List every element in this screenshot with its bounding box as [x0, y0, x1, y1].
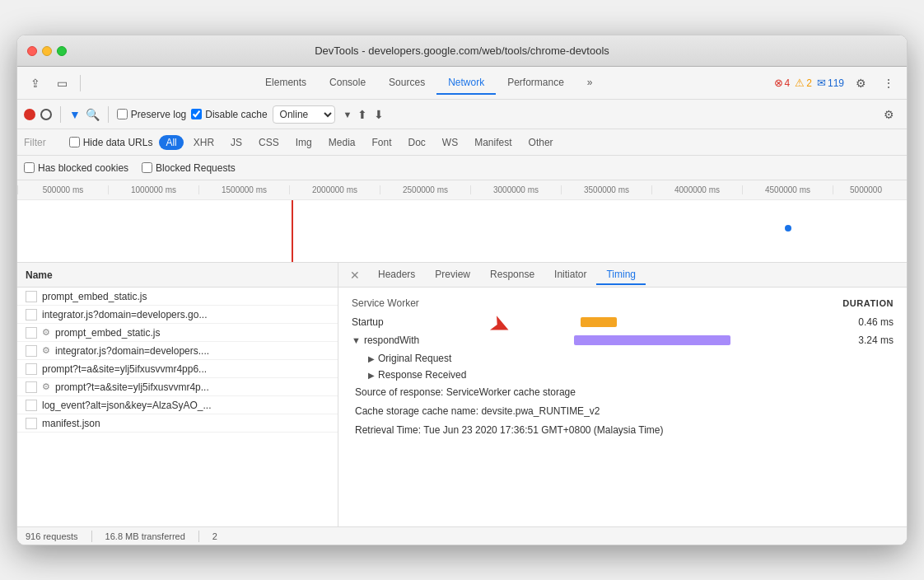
network-throttle-select[interactable]: Online Fast 3G Slow 3G Offline	[273, 105, 335, 124]
tl-label-3: 1500000 ms	[198, 185, 289, 194]
collapsed-triangle2: ▶	[368, 371, 375, 380]
right-panel: ✕ Headers Preview Response Initiator Tim…	[338, 263, 907, 526]
disable-cache-input[interactable]	[191, 109, 202, 119]
file-name: prompt?t=a&site=ylj5ifxusvvmr4pp6...	[42, 363, 329, 375]
tl-label-7: 3500000 ms	[561, 185, 651, 194]
network-settings-icon[interactable]: ⚙	[877, 103, 900, 126]
list-item[interactable]: integrator.js?domain=developers.go...	[17, 306, 338, 324]
tl-label-8: 4000000 ms	[651, 185, 742, 194]
hide-data-urls-checkbox[interactable]: Hide data URLs	[69, 137, 153, 148]
filter-other[interactable]: Other	[522, 135, 560, 150]
info-source: Source of response: ServiceWorker cache …	[352, 383, 894, 402]
tab-response[interactable]: Response	[480, 265, 544, 285]
warn-count: 2	[806, 77, 812, 89]
tab-headers[interactable]: Headers	[368, 265, 425, 285]
minimize-button[interactable]	[42, 46, 52, 56]
blocked-requests-checkbox[interactable]: Blocked Requests	[142, 162, 236, 174]
download-icon[interactable]: ⬇	[374, 108, 384, 121]
tab-network[interactable]: Network	[436, 72, 496, 95]
tl-label-1: 500000 ms	[17, 185, 108, 194]
cursor-icon[interactable]: ⇪	[24, 72, 47, 95]
file-type-icon	[26, 381, 37, 393]
filter-css[interactable]: CSS	[252, 135, 286, 150]
disable-cache-checkbox[interactable]: Disable cache	[191, 109, 267, 120]
status-sep	[91, 531, 92, 542]
filter-all[interactable]: All	[159, 135, 183, 150]
search-icon[interactable]: 🔍	[86, 108, 100, 121]
filter-doc[interactable]: Doc	[402, 135, 432, 150]
has-blocked-cookies-input[interactable]	[24, 162, 35, 173]
tab-preview[interactable]: Preview	[425, 265, 480, 285]
gear-icon: ⚙	[42, 381, 50, 392]
maximize-button[interactable]	[57, 46, 67, 56]
expand-triangle[interactable]: ▼	[352, 335, 361, 345]
list-item[interactable]: manifest.json	[17, 414, 338, 433]
file-type-icon	[26, 309, 37, 320]
more-icon[interactable]: ⋮	[877, 72, 900, 95]
list-item[interactable]: ⚙ prompt_embed_static.js	[17, 324, 338, 342]
tl-label-6: 3000000 ms	[470, 185, 561, 194]
filter-js[interactable]: JS	[224, 135, 249, 150]
disable-cache-label: Disable cache	[205, 109, 267, 120]
filter-media[interactable]: Media	[322, 135, 362, 150]
tab-performance[interactable]: Performance	[496, 72, 576, 95]
has-blocked-cookies-checkbox[interactable]: Has blocked cookies	[24, 162, 128, 174]
filter-manifest[interactable]: Manifest	[468, 135, 518, 150]
list-item[interactable]: prompt_embed_static.js	[17, 288, 338, 306]
window-title: DevTools - developers.google.com/web/too…	[315, 44, 609, 57]
separator3	[108, 106, 109, 123]
name-column-header: Name	[26, 269, 53, 281]
list-item[interactable]: ⚙ integrator.js?domain=developers....	[17, 342, 338, 360]
timeline-labels: 500000 ms 1000000 ms 1500000 ms 2000000 …	[17, 180, 907, 200]
filter-row: Filter Hide data URLs All XHR JS CSS Img…	[17, 129, 907, 156]
record-button[interactable]	[24, 109, 35, 120]
original-request-row[interactable]: ▶ Original Request	[352, 350, 894, 367]
import-export-icons: ⬆ ⬇	[357, 108, 384, 121]
hide-data-urls-input[interactable]	[69, 137, 80, 147]
file-type-icon	[26, 363, 37, 375]
response-received-label: Response Received	[378, 369, 466, 381]
file-list-header: Name	[17, 263, 338, 288]
filter-ws[interactable]: WS	[436, 135, 464, 150]
list-item[interactable]: ⚙ prompt?t=a&site=ylj5ifxusvvmr4p...	[17, 378, 338, 396]
file-name: prompt_embed_static.js	[42, 291, 329, 302]
transferred-size: 16.8 MB transferred	[105, 531, 185, 541]
file-name: integrator.js?domain=developers....	[55, 345, 329, 357]
preserve-log-input[interactable]	[117, 109, 128, 119]
filter-font[interactable]: Font	[365, 135, 398, 150]
filter-icon[interactable]: ▼	[69, 108, 81, 121]
file-name: manifest.json	[42, 418, 329, 429]
filter-img[interactable]: Img	[289, 135, 319, 150]
tab-more[interactable]: »	[576, 72, 604, 95]
filter-placeholder: Filter	[24, 137, 46, 148]
error-count: 4	[785, 77, 791, 89]
tab-sources[interactable]: Sources	[377, 72, 436, 95]
list-item[interactable]: log_event?alt=json&key=AlzaSyAO_...	[17, 396, 338, 414]
file-name: prompt_embed_static.js	[55, 327, 329, 339]
upload-icon[interactable]: ⬆	[357, 108, 367, 121]
response-received-row[interactable]: ▶ Response Received	[352, 367, 894, 383]
blocked-requests-input[interactable]	[142, 162, 152, 173]
info-badge[interactable]: ✉ 119	[817, 77, 844, 89]
list-item[interactable]: prompt?t=a&site=ylj5ifxusvvmr4pp6...	[17, 360, 338, 378]
preserve-log-checkbox[interactable]: Preserve log	[117, 109, 186, 120]
close-panel-button[interactable]: ✕	[345, 265, 365, 285]
main-panel: Name prompt_embed_static.js integrator.j…	[17, 263, 907, 526]
tab-elements[interactable]: Elements	[254, 72, 318, 95]
gear-icon: ⚙	[42, 345, 50, 356]
timeline-event-dot	[785, 225, 791, 232]
dock-icon[interactable]: ▭	[50, 72, 73, 95]
tab-initiator[interactable]: Initiator	[544, 265, 596, 285]
error-badge[interactable]: ⊗ 4	[774, 77, 791, 89]
respond-with-value: 3.24 ms	[848, 334, 894, 346]
tab-console[interactable]: Console	[318, 72, 377, 95]
clear-icon[interactable]	[40, 109, 52, 120]
tl-label-9: 4500000 ms	[742, 185, 833, 194]
settings-icon[interactable]: ⚙	[849, 72, 872, 95]
filter-xhr[interactable]: XHR	[187, 135, 221, 150]
close-button[interactable]	[27, 46, 37, 56]
blocked-requests-label: Blocked Requests	[156, 162, 236, 174]
warn-badge[interactable]: ⚠ 2	[795, 77, 812, 89]
nav-toolbar: ⇪ ▭ Elements Console Sources Network Per…	[17, 67, 907, 100]
tab-timing[interactable]: Timing	[596, 265, 646, 285]
